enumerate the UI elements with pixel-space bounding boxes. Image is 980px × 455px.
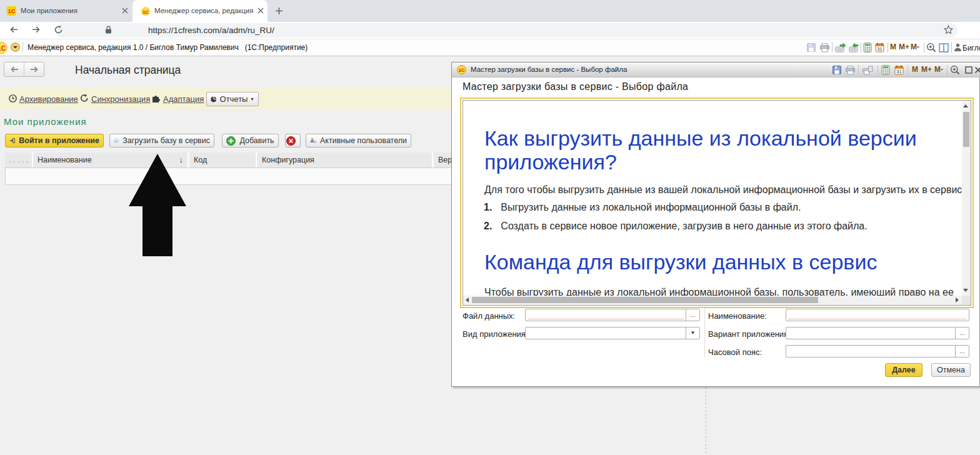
svg-text:31: 31	[896, 69, 901, 74]
svg-text:1С: 1С	[8, 8, 16, 14]
svg-text:1С: 1С	[142, 9, 149, 15]
svg-text:31: 31	[877, 46, 882, 52]
